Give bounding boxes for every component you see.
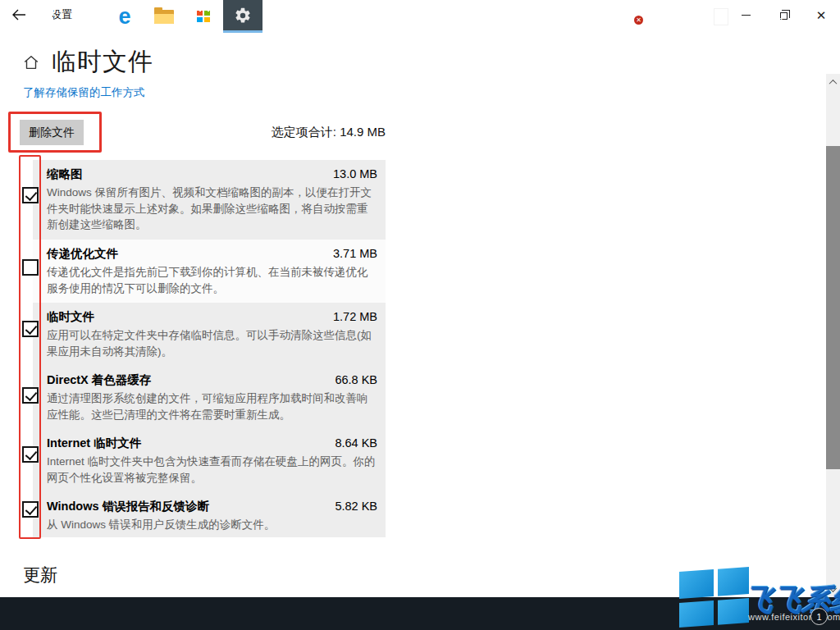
temp-file-row: 临时文件 1.72 MB 应用可以在特定文件夹中存储临时信息。可以手动清除这些信… [33,303,386,366]
file-explorer-button[interactable] [144,0,184,33]
tray-expand-button[interactable] [574,0,594,33]
item-header: Windows 错误报告和反馈诊断 5.82 KB [47,499,377,514]
clock-time: 15:46 [750,4,775,16]
temp-file-row: Windows 错误报告和反馈诊断 5.82 KB 从 Windows 错误和用… [33,492,386,537]
temp-file-row: DirectX 着色器缓存 66.8 KB 通过清理图形系统创建的文件，可缩短应… [33,366,386,429]
home-icon [22,53,40,71]
item-name: Internet 临时文件 [47,436,141,451]
temp-file-row: 缩略图 13.0 MB Windows 保留所有图片、视频和文档缩略图的副本，以… [33,160,386,240]
scroll-down-button[interactable] [826,582,840,596]
learn-more-link[interactable]: 了解存储保留的工作方式 [23,85,145,100]
network-icon [600,10,617,23]
item-checkbox[interactable] [22,387,39,404]
item-description: 应用可以在特定文件夹中存储临时信息。可以手动清除这些信息(如果应用未自动将其清除… [47,327,377,359]
windows-logo-icon [39,9,53,24]
ime-pinyin-indicator[interactable]: 拼 [710,0,732,33]
chevron-down-icon [829,584,838,592]
update-section-heading: 更新 [23,564,57,587]
item-name: 临时文件 [47,309,94,325]
chevron-up-icon [578,12,590,21]
item-description: 从 Windows 错误和用户反馈生成的诊断文件。 [47,517,377,533]
ime-mode-label: 中 [692,9,705,25]
item-checkbox[interactable] [22,187,39,203]
chevron-up-icon [829,79,838,87]
gear-icon [234,7,252,25]
item-size: 8.64 KB [335,436,377,450]
item-size: 66.8 KB [335,373,377,386]
temp-files-list: 缩略图 13.0 MB Windows 保留所有图片、视频和文档缩略图的副本，以… [33,160,386,537]
action-center-button[interactable] [794,0,815,33]
item-name: 缩略图 [47,167,83,182]
pen-icon [648,9,663,24]
item-name: DirectX 着色器缓存 [47,372,151,388]
item-size: 1.72 MB [333,310,377,323]
notification-count-badge[interactable]: 1 [810,608,828,625]
selected-total-label: 选定项合计: 14.9 MB [238,125,386,140]
volume-tray-icon[interactable]: ✕ [620,0,643,33]
scroll-up-button[interactable] [826,75,840,89]
taskbar-buttons: e [26,0,262,33]
settings-window: 设置 ✕ 临时文件 了解存储保留的工作方式 删除文件 选定项合计: 14.9 M… [0,0,840,630]
search-button[interactable] [66,0,105,33]
ime-language-indicator[interactable]: 中 [687,0,709,33]
item-size: 5.82 KB [335,500,377,513]
store-icon [194,9,212,25]
item-description: Windows 保留所有图片、视频和文档缩略图的副本，以便在打开文件夹时能快速显… [47,185,377,233]
keyboard-icon [669,11,687,22]
page-title: 临时文件 [52,45,153,79]
pen-tray-icon[interactable] [645,0,666,33]
item-checkbox[interactable] [22,501,39,518]
start-button[interactable] [26,0,66,33]
item-checkbox[interactable] [22,321,39,337]
delete-files-button[interactable]: 删除文件 [20,120,84,145]
item-checkbox[interactable] [22,259,39,276]
settings-taskbar-button[interactable] [223,0,262,33]
taskbar [0,597,840,630]
store-button[interactable] [184,0,223,33]
back-arrow-icon [11,9,26,21]
item-header: DirectX 着色器缓存 66.8 KB [47,372,377,388]
edge-icon: e [118,6,130,28]
item-header: 临时文件 1.72 MB [47,309,377,325]
folder-icon [154,10,174,24]
item-description: 通过清理图形系统创建的文件，可缩短应用程序加载时间和改善响应性能。这些已清理的文… [47,390,377,422]
item-header: 传递优化文件 3.71 MB [47,246,377,262]
vertical-scrollbar[interactable] [826,74,840,597]
temp-file-row: 传递优化文件 3.71 MB 传递优化文件是指先前已下载到你的计算机、在当前未被… [33,240,386,303]
notification-bubble-icon [797,9,813,24]
close-icon: ✕ [816,9,827,21]
taskbar-clock[interactable]: 15:46 2020/9/8 [730,0,796,33]
item-description: 传递优化文件是指先前已下载到你的计算机、在当前未被传递优化服务使用的情况下可以删… [47,264,377,296]
item-header: Internet 临时文件 8.64 KB [47,436,377,451]
ime-pinyin-label: 拼 [714,8,728,25]
item-header: 缩略图 13.0 MB [47,167,377,182]
page-header: 临时文件 [22,45,153,79]
scrollbar-thumb[interactable] [826,146,840,469]
edge-browser-button[interactable]: e [105,0,144,33]
item-size: 13.0 MB [333,167,377,180]
item-checkbox[interactable] [22,446,39,463]
clock-date: 2020/9/8 [743,16,783,29]
item-name: 传递优化文件 [47,246,118,262]
item-name: Windows 错误报告和反馈诊断 [47,499,209,514]
item-size: 3.71 MB [333,247,377,260]
network-tray-icon[interactable] [597,0,620,33]
item-description: Internet 临时文件夹中包含为快速查看而存储在硬盘上的网页。你的网页个性化… [47,454,377,486]
temp-file-row: Internet 临时文件 8.64 KB Internet 临时文件夹中包含为… [33,429,386,492]
speaker-muted-icon: ✕ [624,10,639,23]
search-icon [81,12,90,21]
